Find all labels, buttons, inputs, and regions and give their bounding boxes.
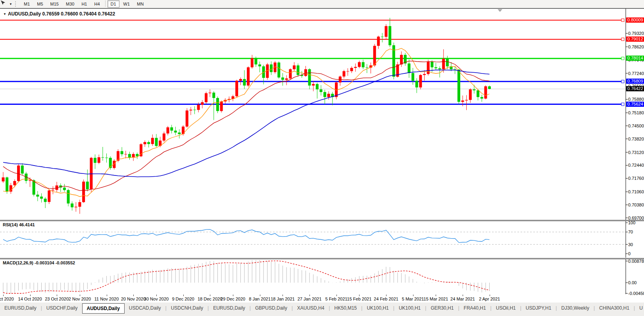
- candle-body: [151, 138, 154, 144]
- candle-body: [481, 97, 483, 98]
- candle-body: [121, 151, 123, 154]
- macd-label: MACD(12,26,9) -0.003104 -0.003552: [3, 260, 75, 265]
- timeframe-button-H1[interactable]: H1: [78, 0, 90, 8]
- candle-body: [362, 62, 365, 67]
- candle-body: [342, 71, 345, 77]
- ma-fast-line: [3, 48, 490, 197]
- candle-body: [36, 195, 39, 197]
- candle-body: [48, 191, 50, 202]
- candle-body: [147, 142, 150, 144]
- candle-body: [239, 79, 242, 81]
- tab-usdcnh-daily[interactable]: USDCNH,Daily: [167, 303, 208, 314]
- timeframe-buttons: M1M5M15M30H1H4D1W1MN: [20, 0, 147, 8]
- candle-body: [75, 207, 77, 207]
- date-axis: [0, 295, 644, 303]
- candle-body: [270, 64, 273, 72]
- candle-body: [312, 84, 315, 86]
- candle-body: [128, 154, 131, 158]
- tab-eurusd-daily[interactable]: EURUSD,Daily: [0, 303, 41, 314]
- candle-body: [419, 75, 422, 87]
- timeframe-button-D1[interactable]: D1: [108, 0, 119, 8]
- candle-body: [431, 62, 433, 67]
- hline-handle[interactable]: [621, 57, 624, 60]
- timeframe-button-MN[interactable]: MN: [134, 0, 147, 8]
- tab-china300-h1[interactable]: CHINA300,H1: [595, 303, 634, 314]
- candle-body: [346, 71, 349, 71]
- toolbar-grip[interactable]: [15, 1, 18, 7]
- candle-body: [101, 157, 104, 158]
- tab-uk100-h1[interactable]: UK100,H1: [394, 303, 425, 314]
- candle-body: [29, 180, 31, 181]
- candle-body: [484, 86, 487, 98]
- tab-eurusd-daily[interactable]: EURUSD,Daily: [209, 303, 250, 314]
- candle-body: [473, 89, 475, 90]
- chart-cursor-icon[interactable]: [0, 0, 8, 8]
- candle-body: [98, 157, 100, 163]
- timeframe-button-M30[interactable]: M30: [63, 0, 77, 8]
- candle-body: [86, 181, 89, 189]
- tab-uk100-h1[interactable]: UK100,H1: [362, 303, 393, 314]
- timeframe-button-W1[interactable]: W1: [120, 0, 133, 8]
- candle-body: [327, 94, 330, 97]
- tab-usdcad-daily[interactable]: USDCAD,Daily: [125, 303, 165, 314]
- price-chart-canvas[interactable]: [0, 9, 644, 220]
- candle-body: [477, 91, 479, 97]
- tab-usoil-h1[interactable]: USOil,H1: [492, 303, 520, 314]
- tab-xauusd-h4[interactable]: XAUUSD,H4: [293, 303, 329, 314]
- tab-usdchf-daily[interactable]: USDCHF,Daily: [42, 303, 82, 314]
- candle-body: [377, 37, 380, 46]
- candle-body: [469, 89, 472, 100]
- candle-body: [17, 166, 20, 181]
- candle-body: [13, 181, 16, 185]
- hline-handle[interactable]: [621, 103, 624, 106]
- candle-body: [189, 110, 192, 110]
- candle-body: [388, 26, 391, 45]
- rsi-chart-canvas[interactable]: [0, 221, 644, 258]
- hline-handle[interactable]: [621, 80, 624, 83]
- candle-body: [79, 202, 81, 207]
- chevron-down-icon[interactable]: ▼: [8, 2, 13, 6]
- candle-body: [285, 79, 288, 80]
- candle-body: [163, 133, 165, 141]
- tab-audusd-daily[interactable]: AUDUSD,Daily: [82, 303, 125, 314]
- timeframe-button-H4[interactable]: H4: [91, 0, 103, 8]
- tab-fra40-h1[interactable]: FRA40,H1: [459, 303, 490, 314]
- candle-body: [155, 138, 158, 146]
- tab-ger30-h1[interactable]: GER30,H1: [426, 303, 458, 314]
- candle-body: [277, 62, 280, 77]
- candle-body: [94, 158, 96, 163]
- tab-u[interactable]: U: [635, 303, 644, 314]
- timeframe-button-M5[interactable]: M5: [34, 0, 46, 8]
- candle-body: [434, 67, 437, 68]
- candle-body: [323, 92, 326, 97]
- tab-dj30-weekly[interactable]: DJ30,Weekly: [557, 303, 593, 314]
- candle-body: [52, 190, 54, 190]
- candle-body: [373, 46, 376, 65]
- tab-hk50-m15[interactable]: HK50,M15: [330, 303, 361, 314]
- candle-body: [205, 93, 208, 102]
- tab-gbpusd-daily[interactable]: GBPUSD,Daily: [251, 303, 292, 314]
- hline-handle[interactable]: [621, 38, 624, 40]
- candle-body: [293, 66, 296, 69]
- timeframe-button-M15[interactable]: M15: [47, 0, 62, 8]
- chart-shift-marker-icon[interactable]: [498, 9, 502, 12]
- candle-body: [446, 59, 449, 66]
- candle-body: [174, 131, 177, 133]
- timeframe-button-M1[interactable]: M1: [21, 0, 33, 8]
- macd-chart-canvas[interactable]: [0, 259, 644, 294]
- rsi-label: RSI(14) 46.4141: [3, 222, 35, 227]
- candle-body: [40, 197, 43, 198]
- tab-usdjpy-h1[interactable]: USDJPY,H1: [521, 303, 556, 314]
- candle-body: [319, 89, 322, 92]
- candle-body: [71, 204, 73, 208]
- candle-body: [297, 66, 300, 75]
- candle-body: [170, 127, 173, 131]
- collapse-triangle-icon[interactable]: ▼: [3, 12, 6, 16]
- candle-body: [308, 69, 311, 85]
- candle-body: [201, 102, 204, 104]
- candle-body: [258, 64, 261, 66]
- candle-body: [216, 98, 219, 111]
- candle-body: [105, 158, 108, 158]
- candle-body: [243, 79, 246, 85]
- hline-handle[interactable]: [621, 19, 624, 21]
